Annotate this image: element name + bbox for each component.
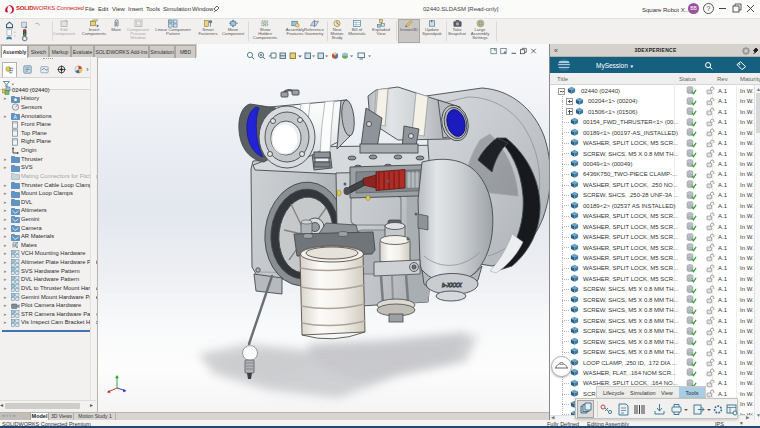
svg-text:b-XXXX: b-XXXX (442, 282, 462, 288)
